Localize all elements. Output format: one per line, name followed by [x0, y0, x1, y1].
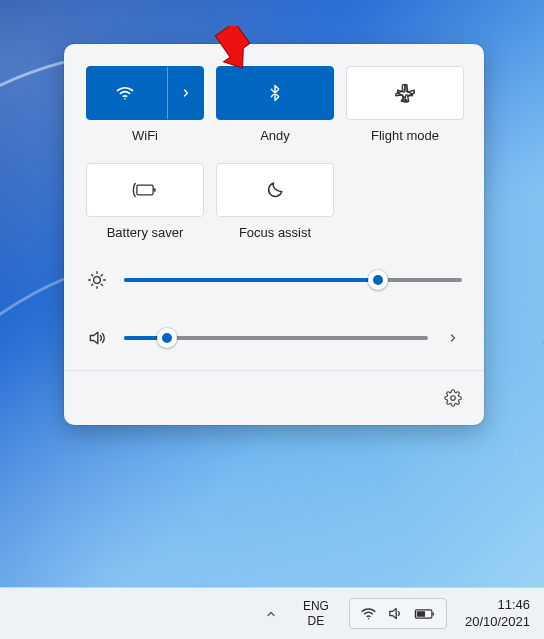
- battery-saver-label: Battery saver: [86, 225, 204, 240]
- wifi-label: WiFi: [86, 128, 204, 143]
- chevron-right-icon: [447, 332, 459, 344]
- wifi-tile-block: WiFi: [86, 66, 204, 143]
- bluetooth-tile-block: Andy: [216, 66, 334, 143]
- gear-icon: [444, 389, 462, 407]
- clock-date: 20/10/2021: [465, 614, 530, 631]
- flight-mode-tile-block: Flight mode: [346, 66, 464, 143]
- focus-assist-label: Focus assist: [216, 225, 334, 240]
- taskbar-clock[interactable]: 11:46 20/10/2021: [459, 597, 530, 631]
- flight-mode-label: Flight mode: [346, 128, 464, 143]
- quick-settings-panel: WiFi Andy: [64, 44, 484, 425]
- taskbar: ENG DE 11:46 20/10/2021: [0, 587, 544, 639]
- battery-saver-tile[interactable]: [86, 163, 204, 217]
- battery-saver-tile-block: Battery saver: [86, 163, 204, 240]
- volume-icon: [86, 328, 108, 348]
- volume-slider[interactable]: [124, 336, 428, 340]
- svg-point-4: [451, 396, 456, 401]
- battery-saver-icon: [132, 180, 158, 200]
- brightness-slider[interactable]: [124, 278, 462, 282]
- svg-point-3: [94, 277, 101, 284]
- brightness-row: [86, 270, 462, 290]
- system-tray[interactable]: [349, 598, 447, 629]
- volume-row: [86, 328, 462, 348]
- wifi-tile[interactable]: [86, 66, 204, 120]
- bluetooth-tile[interactable]: [216, 66, 334, 120]
- svg-point-6: [368, 618, 369, 619]
- tray-volume-icon: [387, 605, 404, 622]
- panel-footer: [64, 370, 484, 425]
- focus-assist-tile-block: Focus assist: [216, 163, 334, 240]
- chevron-up-icon: [265, 608, 277, 620]
- bluetooth-label: Andy: [216, 128, 334, 143]
- svg-rect-2: [154, 188, 156, 191]
- language-switcher[interactable]: ENG DE: [295, 595, 337, 633]
- svg-rect-9: [417, 611, 425, 617]
- tile-row-1: WiFi Andy: [86, 66, 462, 143]
- tray-wifi-icon: [360, 605, 377, 622]
- volume-expand-button[interactable]: [444, 332, 462, 344]
- sliders-section: [86, 270, 462, 348]
- tray-overflow-button[interactable]: [259, 602, 283, 626]
- airplane-icon: [394, 82, 416, 104]
- svg-rect-1: [137, 185, 153, 195]
- volume-thumb[interactable]: [157, 328, 177, 348]
- svg-rect-8: [432, 612, 433, 615]
- focus-assist-tile[interactable]: [216, 163, 334, 217]
- settings-button[interactable]: [436, 381, 470, 415]
- brightness-fill: [124, 278, 378, 282]
- flight-mode-tile[interactable]: [346, 66, 464, 120]
- wifi-expand-button[interactable]: [167, 67, 203, 119]
- focus-assist-icon: [265, 180, 285, 200]
- language-primary: ENG: [303, 599, 329, 614]
- brightness-thumb[interactable]: [368, 270, 388, 290]
- chevron-right-icon: [180, 87, 192, 99]
- bluetooth-icon: [266, 82, 284, 104]
- clock-time: 11:46: [465, 597, 530, 614]
- wifi-icon: [115, 83, 135, 103]
- tray-battery-icon: [414, 607, 436, 621]
- brightness-icon: [86, 270, 108, 290]
- svg-point-0: [124, 98, 126, 100]
- language-secondary: DE: [303, 614, 329, 629]
- tile-row-2: Battery saver Focus assist: [86, 163, 462, 240]
